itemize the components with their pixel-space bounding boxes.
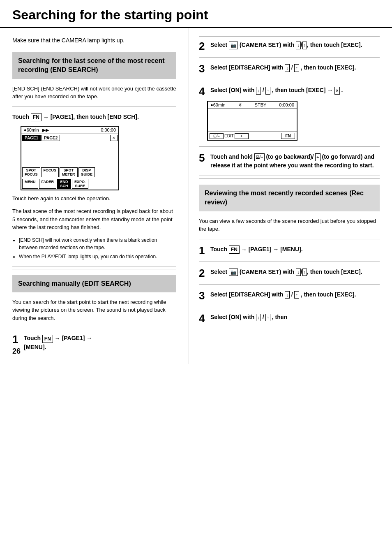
left-column: Make sure that the CAMERA lamp lights up… — [0, 28, 189, 364]
reviewing-heading: Reviewing the most recently recorded sce… — [199, 185, 380, 211]
camera-display-2: ●60min ※ STBY 0:00:00 ⊡/− EDIT + FN — [207, 101, 297, 141]
reviewing-body: You can view a few seconds of the scene … — [199, 217, 380, 233]
up-key4: ↑ — [302, 269, 307, 276]
divider1 — [12, 107, 176, 107]
cam2-time: 0:00:00 — [279, 102, 294, 108]
content-area: Make sure that the CAMERA lamp lights up… — [0, 28, 392, 364]
cam1-spot-meter[interactable]: SPOTMETER — [60, 167, 78, 177]
cam1-disp-guide[interactable]: DISPGUIDE — [78, 167, 95, 177]
section2-heading: Searching manually (EDIT SEARCH) — [12, 275, 176, 292]
down-key1: ↓ — [296, 42, 301, 49]
section1-body2: The last scene of the most recent record… — [12, 207, 176, 232]
cam1-x-btn[interactable]: × — [110, 135, 118, 141]
up-key1: ↑ — [302, 42, 307, 49]
cam1-topbar: ●60min ▶▶ 0:00:00 — [21, 127, 118, 134]
up-key5: ↑ — [294, 291, 299, 299]
cam1-main — [21, 142, 118, 167]
cam2-edit-label: EDIT — [224, 134, 234, 138]
cam2-stby: STBY — [255, 102, 267, 108]
page1-label: [PAGE1], then touch [END SCH]. — [51, 113, 139, 120]
cam2-top: ●60min ※ STBY 0:00:00 — [208, 102, 297, 109]
cam1-ff: ▶▶ — [42, 127, 49, 133]
cam1-focus[interactable]: FOCUS — [41, 167, 59, 177]
cam2-main — [208, 109, 297, 132]
cam1-fader[interactable]: FADER — [39, 179, 57, 189]
right-step2: 2 Select 📷 (CAMERA SET) with ↓/↑, then t… — [199, 41, 380, 51]
step3-text: Select [EDITSEARCH] with ↓ / ↑ , then to… — [210, 63, 380, 72]
cam1-time: 0:00:00 — [101, 127, 116, 132]
divider3 — [12, 269, 176, 269]
step2-num: 2 — [199, 41, 208, 51]
x-key1: × — [334, 87, 339, 95]
divider-r4 — [199, 146, 380, 147]
rev-step2-num: 2 — [199, 268, 208, 278]
page-title: Searching for the starting point — [0, 0, 392, 28]
divider-r5 — [199, 176, 380, 176]
step4-text: Select [ON] with ↓ / ↑ , then touch [EXE… — [210, 86, 380, 95]
cam1-row3: MENU FADER ENDSCH EXPO-SURE — [21, 178, 118, 190]
arrow1: → — [43, 114, 51, 120]
intro-text: Make sure that the CAMERA lamp lights up… — [12, 36, 176, 45]
section1-heading: Searching for the last scene of the most… — [12, 52, 176, 79]
rev-step4-num: 4 — [199, 313, 208, 324]
step1-num: 1 — [12, 334, 21, 345]
cam1-menu[interactable]: MENU — [22, 179, 38, 189]
rev-step3-text: Select [EDITSEARCH] with ↓ / ↑ , then to… — [210, 290, 380, 299]
divider-r6 — [199, 178, 380, 179]
cam1-row2: SPOTFOCUS FOCUS SPOTMETER DISPGUIDE — [21, 167, 118, 178]
rev-step4-text: Select [ON] with ↓ / ↑ , then — [210, 313, 380, 322]
fn-key3: FN — [229, 245, 240, 254]
cam2-plus-btn[interactable]: + — [235, 133, 249, 139]
rev-step3-num: 3 — [199, 290, 208, 301]
right-step3: 3 Select [EDITSEARCH] with ↓ / ↑ , then … — [199, 63, 380, 74]
camera-display-1: ●60min ▶▶ 0:00:00 PAGE1 PAGE2 × SPOTFOCU… — [21, 126, 119, 190]
cam2-tape: ●60min — [210, 102, 226, 108]
touch-label: Touch — [12, 113, 31, 120]
camera-icon2: 📷 — [229, 269, 238, 276]
camera-icon: 📷 — [229, 42, 238, 49]
rev-step2-text: Select 📷 (CAMERA SET) with ↓/↑, then tou… — [210, 268, 380, 276]
cam1-page1-btn[interactable]: PAGE1 — [22, 135, 41, 141]
rev-step1: 1 Touch FN → [PAGE1] → [MENU]. — [199, 245, 380, 256]
fn-key2: FN — [42, 335, 53, 343]
step2-text: Select 📷 (CAMERA SET) with ↓/↑, then tou… — [210, 41, 380, 49]
cam2-icon: ※ — [238, 102, 242, 108]
divider-r2 — [199, 57, 380, 58]
step5-text: Touch and hold ⊡/− (to go backward)/ + (… — [210, 153, 380, 170]
rev-step1-num: 1 — [199, 245, 208, 256]
fn-key: FN — [31, 113, 42, 121]
divider-r9 — [199, 284, 380, 285]
right-step5: 5 Touch and hold ⊡/− (to go backward)/ +… — [199, 153, 380, 170]
step3-num: 3 — [199, 63, 208, 74]
up-key3: ↑ — [265, 87, 270, 95]
cam1-end-sch[interactable]: ENDSCH — [57, 179, 71, 189]
down-key5: ↓ — [285, 291, 290, 299]
back-key: ⊡/− — [254, 153, 264, 161]
down-key3: ↓ — [256, 87, 261, 95]
cam2-fn-btn[interactable]: FN — [281, 133, 295, 139]
divider-r7 — [199, 239, 380, 239]
down-key2: ↓ — [285, 64, 290, 72]
divider-r1 — [199, 36, 380, 37]
cam1-expo-sure[interactable]: EXPO-SURE — [72, 179, 88, 189]
section1-body1: [END SCH] (END SEARCH) will not work onc… — [12, 85, 176, 101]
step1-text: Touch FN → [PAGE1] →[MENU]. — [24, 334, 176, 352]
left-step1: 1 Touch FN → [PAGE1] →[MENU]. — [12, 334, 176, 352]
bullet-item-1: [END SCH] will not work correctly when t… — [19, 236, 176, 251]
rev-step1-text: Touch FN → [PAGE1] → [MENU]. — [210, 245, 380, 254]
section2-body1: You can search for the start point to st… — [12, 298, 176, 322]
divider-r10 — [199, 307, 380, 307]
step-touch-fn: Touch FN → [PAGE1], then touch [END SCH]… — [12, 113, 176, 122]
up-key6: ↑ — [265, 314, 270, 322]
cam1-page2-btn[interactable]: PAGE2 — [42, 135, 60, 141]
divider4 — [12, 328, 176, 328]
bullet-item-2: When the PLAY/EDIT lamp lights up, you c… — [19, 253, 176, 260]
step4-num: 4 — [199, 86, 208, 97]
right-step4: 4 Select [ON] with ↓ / ↑ , then touch [E… — [199, 86, 380, 97]
cam1-spot-focus[interactable]: SPOTFOCUS — [22, 167, 40, 177]
cam2-minus-btn[interactable]: ⊡/− — [210, 133, 224, 139]
section1-bullets: [END SCH] will not work correctly when t… — [19, 236, 176, 260]
caption-text: Touch here again to cancel the operation… — [12, 194, 176, 203]
right-column: 2 Select 📷 (CAMERA SET) with ↓/↑, then t… — [189, 28, 392, 364]
divider-r3 — [199, 80, 380, 80]
